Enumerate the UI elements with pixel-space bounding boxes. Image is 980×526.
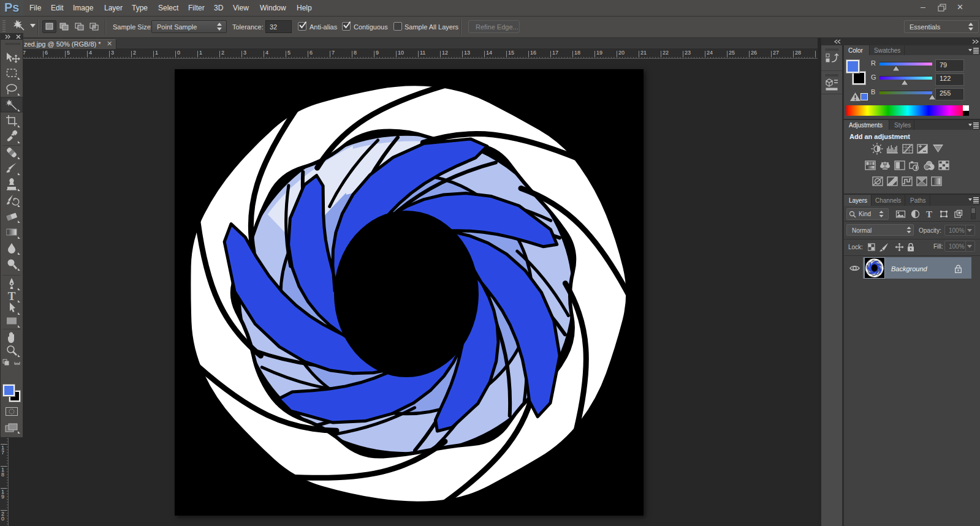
svg-text:T: T xyxy=(926,209,932,219)
svg-text:T: T xyxy=(8,290,16,302)
